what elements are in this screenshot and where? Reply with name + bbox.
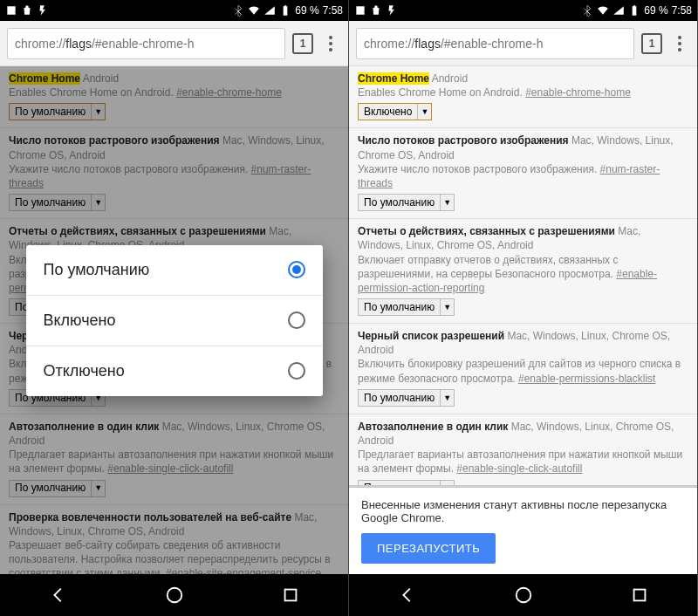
signal-icon [612, 4, 625, 17]
select-dialog: По умолчанию Включено Отключено [26, 245, 323, 396]
radio-icon [288, 311, 305, 329]
battery-icon [628, 4, 640, 17]
content: Chrome Home Android Enables Chrome Home … [349, 66, 697, 574]
overflow-menu-icon[interactable] [669, 36, 690, 51]
svg-rect-1 [284, 590, 296, 601]
clock-text: 7:58 [323, 4, 343, 17]
home-icon[interactable] [165, 585, 184, 605]
image-icon [5, 4, 17, 17]
back-icon[interactable] [398, 585, 417, 605]
phone-right: 69 % 7:58 chrome://flags/#enable-chrome-… [349, 0, 698, 616]
back-icon[interactable] [49, 585, 68, 605]
status-bar: 69 % 7:58 [349, 0, 697, 21]
omnibox[interactable]: chrome://flags/#enable-chrome-h [356, 28, 634, 59]
recents-icon[interactable] [281, 585, 300, 605]
clock-text: 7:58 [672, 4, 692, 17]
flash-icon [37, 4, 49, 17]
image-icon [354, 4, 366, 17]
chevron-down-icon: ▼ [440, 390, 454, 406]
svg-point-2 [516, 588, 530, 603]
chevron-down-icon: ▼ [440, 299, 454, 315]
battery-text: 69 % [295, 4, 318, 17]
tab-switcher[interactable]: 1 [292, 33, 313, 54]
dialog-scrim[interactable]: По умолчанию Включено Отключено [0, 66, 348, 574]
toolbar: chrome://flags/#enable-chrome-h 1 [349, 21, 697, 66]
tab-switcher[interactable]: 1 [641, 33, 662, 54]
nav-bar [349, 574, 697, 616]
battery-icon [279, 4, 291, 17]
content: Chrome Home Android Enables Chrome Home … [0, 66, 348, 574]
toolbar: chrome://flags/#enable-chrome-h 1 [0, 21, 348, 66]
dropdown-raster[interactable]: По умолчанию▼ [358, 194, 455, 211]
battery-text: 69 % [644, 4, 667, 17]
dropdown-chrome-home[interactable]: Включено▼ [358, 103, 432, 120]
radio-icon [288, 261, 305, 278]
option-default[interactable]: По умолчанию [26, 245, 323, 296]
wifi-icon [248, 4, 260, 17]
phone-left: 69 % 7:58 chrome://flags/#enable-chrome-… [0, 0, 349, 616]
chevron-down-icon: ▼ [440, 195, 454, 210]
option-enabled[interactable]: Включено [26, 296, 323, 346]
home-icon[interactable] [514, 585, 533, 605]
nav-bar [0, 574, 348, 616]
restart-message: Внесенные изменения станут активны после… [361, 498, 685, 524]
option-disabled[interactable]: Отключено [26, 346, 323, 396]
dropdown-permreport[interactable]: По умолчанию▼ [358, 298, 455, 316]
overflow-menu-icon[interactable] [320, 36, 341, 51]
flag-blacklist: Черный список разрешений Mac, Windows, L… [349, 324, 697, 414]
flash-icon [386, 4, 398, 17]
recents-icon[interactable] [630, 585, 649, 605]
bluetooth-icon [232, 4, 244, 17]
svg-point-0 [167, 588, 181, 603]
shop-icon [21, 4, 33, 17]
radio-icon [288, 362, 305, 380]
flag-raster: Число потоков растрового изображения Mac… [349, 128, 697, 219]
chevron-down-icon: ▼ [417, 104, 431, 120]
shop-icon [370, 4, 382, 17]
omnibox[interactable]: chrome://flags/#enable-chrome-h [7, 28, 285, 59]
bluetooth-icon [581, 4, 593, 17]
restart-button[interactable]: ПЕРЕЗАПУСТИТЬ [361, 533, 496, 564]
wifi-icon [597, 4, 609, 17]
flag-permreport: Отчеты о действиях, связанных с разрешен… [349, 219, 697, 324]
status-bar: 69 % 7:58 [0, 0, 348, 21]
svg-rect-3 [633, 590, 645, 601]
restart-bar: Внесенные изменения станут активны после… [349, 485, 697, 574]
dropdown-blacklist[interactable]: По умолчанию▼ [358, 389, 455, 407]
flag-chrome-home: Chrome Home Android Enables Chrome Home … [349, 66, 697, 128]
signal-icon [263, 4, 276, 17]
